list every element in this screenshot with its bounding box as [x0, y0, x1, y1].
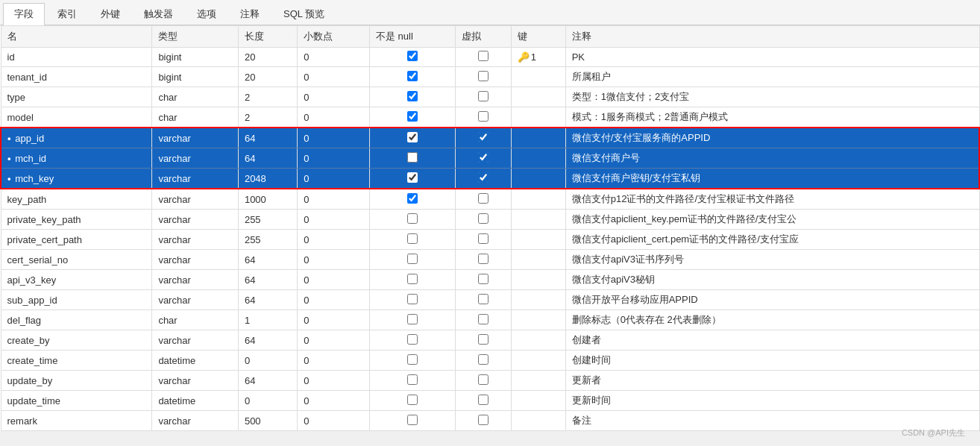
- checkbox-virtual[interactable]: [478, 152, 489, 163]
- checkbox-virtual[interactable]: [478, 354, 489, 365]
- table-row[interactable]: remarkvarchar5000备注: [1, 411, 979, 431]
- table-row[interactable]: idbigint200🔑1PK: [1, 48, 979, 67]
- cell-not-null[interactable]: [369, 250, 456, 270]
- cell-not-null[interactable]: [369, 67, 456, 87]
- table-row[interactable]: key_pathvarchar10000微信支付p12证书的文件路径/支付宝根证…: [1, 189, 979, 210]
- tab-外键[interactable]: 外键: [89, 3, 131, 25]
- cell-virtual[interactable]: [456, 107, 511, 128]
- cell-not-null[interactable]: [369, 290, 456, 310]
- cell-virtual[interactable]: [456, 411, 511, 431]
- cell-virtual[interactable]: [456, 270, 511, 290]
- cell-virtual[interactable]: [456, 87, 511, 107]
- checkbox-not-null[interactable]: [407, 193, 418, 204]
- checkbox-not-null[interactable]: [407, 111, 418, 122]
- checkbox-virtual[interactable]: [478, 132, 489, 142]
- checkbox-not-null[interactable]: [407, 254, 418, 264]
- cell-virtual[interactable]: [456, 169, 511, 189]
- checkbox-virtual[interactable]: [478, 274, 489, 284]
- cell-not-null[interactable]: [369, 189, 456, 210]
- checkbox-not-null[interactable]: [407, 91, 418, 101]
- table-row[interactable]: create_byvarchar640创建者: [1, 330, 979, 351]
- table-row[interactable]: cert_serial_novarchar640微信支付apiV3证书序列号: [1, 250, 979, 270]
- cell-virtual[interactable]: [456, 67, 511, 87]
- cell-not-null[interactable]: [369, 351, 456, 371]
- table-row[interactable]: create_timedatetime00创建时间: [1, 351, 979, 371]
- cell-not-null[interactable]: [369, 210, 456, 230]
- cell-virtual[interactable]: [456, 48, 511, 67]
- cell-virtual[interactable]: [456, 148, 511, 169]
- cell-not-null[interactable]: [369, 270, 456, 290]
- table-row[interactable]: update_byvarchar640更新者: [1, 371, 979, 391]
- cell-not-null[interactable]: [369, 310, 456, 330]
- checkbox-not-null[interactable]: [407, 374, 418, 385]
- cell-not-null[interactable]: [369, 169, 456, 189]
- table-row[interactable]: private_key_pathvarchar2550微信支付apiclient…: [1, 210, 979, 230]
- cell-not-null[interactable]: [369, 371, 456, 391]
- checkbox-virtual[interactable]: [478, 213, 489, 224]
- cell-not-null[interactable]: [369, 128, 456, 148]
- cell-not-null[interactable]: [369, 87, 456, 107]
- table-row[interactable]: typechar20类型：1微信支付；2支付宝: [1, 87, 979, 107]
- tab-选项[interactable]: 选项: [186, 3, 227, 25]
- cell-virtual[interactable]: [456, 310, 511, 330]
- cell-virtual[interactable]: [456, 371, 511, 391]
- checkbox-not-null[interactable]: [407, 51, 418, 61]
- checkbox-virtual[interactable]: [478, 254, 489, 264]
- cell-virtual[interactable]: [456, 351, 511, 371]
- checkbox-virtual[interactable]: [478, 374, 489, 385]
- checkbox-not-null[interactable]: [407, 233, 418, 244]
- tab-注释[interactable]: 注释: [229, 3, 271, 25]
- cell-virtual[interactable]: [456, 391, 511, 411]
- checkbox-virtual[interactable]: [478, 51, 489, 61]
- checkbox-not-null[interactable]: [407, 213, 418, 224]
- cell-virtual[interactable]: [456, 128, 511, 148]
- checkbox-virtual[interactable]: [478, 314, 489, 324]
- checkbox-virtual[interactable]: [478, 172, 489, 183]
- cell-virtual[interactable]: [456, 230, 511, 250]
- checkbox-virtual[interactable]: [478, 395, 489, 405]
- checkbox-not-null[interactable]: [407, 354, 418, 365]
- table-row[interactable]: • mch_keyvarchar20480微信支付商户密钥/支付宝私钥: [1, 169, 979, 189]
- table-row[interactable]: tenant_idbigint200所属租户: [1, 67, 979, 87]
- table-row[interactable]: private_cert_pathvarchar2550微信支付apiclien…: [1, 230, 979, 250]
- table-row[interactable]: del_flagchar10删除标志（0代表存在 2代表删除）: [1, 310, 979, 330]
- table-row[interactable]: • mch_idvarchar640微信支付商户号: [1, 148, 979, 169]
- checkbox-virtual[interactable]: [478, 233, 489, 244]
- cell-not-null[interactable]: [369, 48, 456, 67]
- cell-not-null[interactable]: [369, 230, 456, 250]
- checkbox-not-null[interactable]: [407, 314, 418, 324]
- checkbox-not-null[interactable]: [407, 395, 418, 405]
- checkbox-not-null[interactable]: [407, 294, 418, 304]
- cell-virtual[interactable]: [456, 189, 511, 210]
- cell-not-null[interactable]: [369, 411, 456, 431]
- checkbox-virtual[interactable]: [478, 91, 489, 101]
- table-row[interactable]: sub_app_idvarchar640微信开放平台移动应用APPID: [1, 290, 979, 310]
- table-row[interactable]: • app_idvarchar640微信支付/支付宝服务商的APPID: [1, 128, 979, 148]
- checkbox-not-null[interactable]: [407, 172, 418, 183]
- tab-字段[interactable]: 字段: [3, 3, 45, 25]
- cell-virtual[interactable]: [456, 290, 511, 310]
- checkbox-virtual[interactable]: [478, 193, 489, 204]
- cell-not-null[interactable]: [369, 148, 456, 169]
- checkbox-not-null[interactable]: [407, 71, 418, 81]
- checkbox-virtual[interactable]: [478, 111, 489, 122]
- table-row[interactable]: modelchar20模式：1服务商模式；2普通商户模式: [1, 107, 979, 128]
- cell-not-null[interactable]: [369, 107, 456, 128]
- cell-not-null[interactable]: [369, 391, 456, 411]
- checkbox-virtual[interactable]: [478, 334, 489, 345]
- tab-索引[interactable]: 索引: [46, 3, 88, 25]
- tab-SQL 预览[interactable]: SQL 预览: [272, 3, 336, 25]
- cell-virtual[interactable]: [456, 330, 511, 351]
- cell-not-null[interactable]: [369, 330, 456, 351]
- cell-virtual[interactable]: [456, 250, 511, 270]
- cell-virtual[interactable]: [456, 210, 511, 230]
- table-row[interactable]: update_timedatetime00更新时间: [1, 391, 979, 411]
- checkbox-virtual[interactable]: [478, 294, 489, 304]
- checkbox-not-null[interactable]: [407, 132, 418, 142]
- checkbox-not-null[interactable]: [407, 415, 418, 425]
- table-row[interactable]: api_v3_keyvarchar640微信支付apiV3秘钥: [1, 270, 979, 290]
- tab-触发器[interactable]: 触发器: [133, 3, 184, 25]
- checkbox-not-null[interactable]: [407, 152, 418, 163]
- checkbox-virtual[interactable]: [478, 415, 489, 425]
- checkbox-not-null[interactable]: [407, 334, 418, 345]
